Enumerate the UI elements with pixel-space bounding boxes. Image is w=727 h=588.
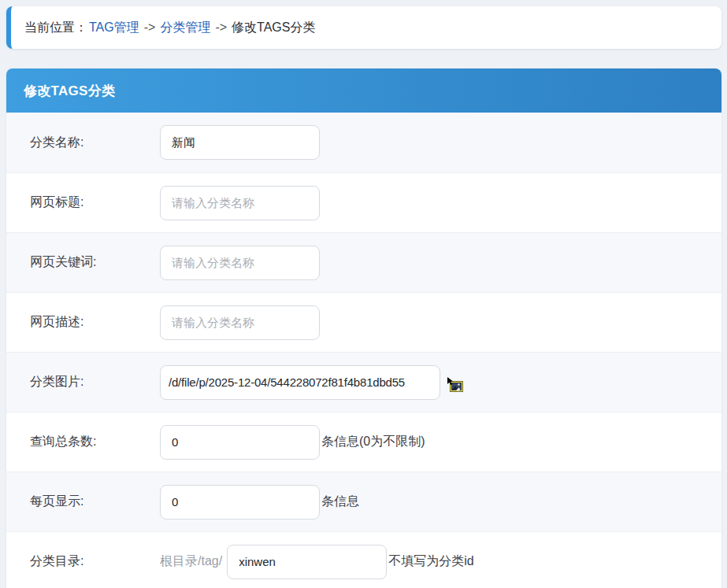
category-name-label: 分类名称:: [30, 135, 160, 151]
breadcrumb-link-category-manage[interactable]: 分类管理: [160, 20, 210, 36]
page-keywords-input[interactable]: [160, 246, 320, 280]
breadcrumb-link-tag-manage[interactable]: TAG管理: [89, 20, 139, 36]
edit-tags-category-panel: 修改TAGS分类 分类名称: 网页标题: 网页关键词: 网页描述: 分类图片:: [6, 68, 721, 588]
page-description-label: 网页描述:: [30, 314, 160, 331]
form-row-query-total: 查询总条数: 条信息(0为不限制): [6, 412, 721, 472]
breadcrumb-separator: ->: [215, 20, 227, 35]
category-image-label: 分类图片:: [30, 374, 160, 390]
category-directory-label: 分类目录:: [30, 553, 160, 570]
breadcrumb-separator: ->: [144, 20, 156, 35]
page-description-input[interactable]: [160, 305, 320, 340]
per-page-hint: 条信息: [321, 494, 359, 510]
form-row-page-description: 网页描述:: [6, 292, 721, 352]
per-page-label: 每页显示:: [30, 494, 160, 510]
form-row-category-name: 分类名称:: [6, 113, 721, 172]
page-keywords-label: 网页关键词:: [30, 254, 160, 271]
page-title-label: 网页标题:: [30, 194, 160, 211]
category-directory-hint: 不填写为分类id: [388, 553, 473, 570]
page-title-input[interactable]: [160, 186, 320, 220]
query-total-input[interactable]: [160, 425, 320, 460]
form-row-per-page: 每页显示: 条信息: [6, 472, 721, 531]
breadcrumb: 当前位置： TAG管理 -> 分类管理 -> 修改TAGS分类: [6, 6, 721, 49]
category-directory-input[interactable]: [227, 545, 387, 579]
form-row-page-title: 网页标题:: [6, 172, 721, 232]
breadcrumb-current-page: 修改TAGS分类: [232, 20, 315, 36]
form-row-category-directory: 分类目录: 根目录/tag/ 不填写为分类id: [6, 531, 721, 588]
query-total-hint: 条信息(0为不限制): [321, 434, 425, 450]
form-row-category-image: 分类图片:: [6, 352, 721, 412]
image-picker-icon[interactable]: [447, 377, 464, 396]
panel-header: 修改TAGS分类: [6, 68, 721, 113]
category-name-input[interactable]: [160, 125, 320, 160]
category-image-path-input[interactable]: [160, 365, 440, 400]
breadcrumb-prefix: 当前位置：: [24, 20, 87, 36]
form-row-page-keywords: 网页关键词:: [6, 232, 721, 292]
category-directory-prefix: 根目录/tag/: [160, 553, 222, 570]
per-page-input[interactable]: [160, 485, 320, 520]
panel-title: 修改TAGS分类: [24, 82, 115, 100]
query-total-label: 查询总条数:: [30, 434, 160, 450]
